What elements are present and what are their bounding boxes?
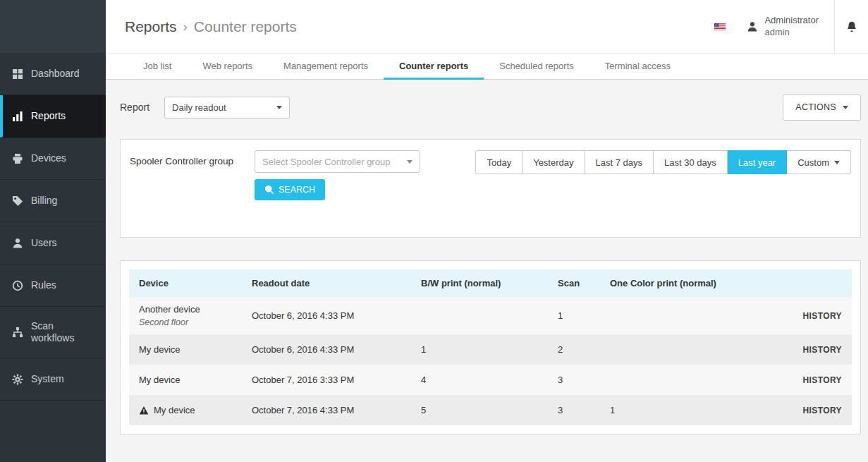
bw-print-cell <box>411 297 548 334</box>
search-label: SEARCH <box>279 185 315 195</box>
readout-date-cell: October 7, 2016 3:33 PM <box>242 365 411 395</box>
us-flag-icon[interactable] <box>714 21 726 32</box>
history-link[interactable]: HISTORY <box>776 297 852 334</box>
bw-print-cell: 4 <box>411 365 548 395</box>
gear-icon <box>12 374 23 385</box>
column-header-readout-date: Readout date <box>242 269 411 297</box>
tab-label: Web reports <box>202 61 252 71</box>
sidebar-item-devices[interactable]: Devices <box>0 138 106 180</box>
sidebar-item-rules[interactable]: Rules <box>0 265 106 307</box>
search-button[interactable]: SEARCH <box>255 179 325 200</box>
workflow-icon <box>12 327 23 338</box>
spooler-group-placeholder: Select Spooler Controller group <box>262 157 390 167</box>
spooler-group-label: Spooler Controller group <box>130 150 245 173</box>
table-row: My device October 7, 2016 3:33 PM 4 3 HI… <box>129 365 852 395</box>
filter-panel: Spooler Controller group Select Spooler … <box>120 139 861 238</box>
counter-reports-table: Device Readout date B/W print (normal) S… <box>129 269 852 425</box>
chevron-down-icon <box>407 160 412 164</box>
chevron-down-icon <box>834 161 840 164</box>
range-label: Last 7 days <box>596 157 643 168</box>
history-link[interactable]: HISTORY <box>776 395 852 425</box>
sidebar-item-label: Users <box>31 237 57 250</box>
tab-counter-reports[interactable]: Counter reports <box>384 54 484 80</box>
device-cell: Another device Second floor <box>129 297 242 334</box>
range-yesterday-button[interactable]: Yesterday <box>522 150 585 174</box>
table-row: Another device Second floor October 6, 2… <box>129 297 852 334</box>
clock-icon <box>12 280 23 291</box>
range-label: Yesterday <box>533 157 573 168</box>
readout-date-cell: October 7, 2016 4:33 PM <box>242 395 411 425</box>
range-custom-button[interactable]: Custom <box>787 150 851 174</box>
chevron-down-icon <box>276 106 282 109</box>
notifications-button[interactable] <box>834 0 868 53</box>
report-select-value: Daily readout <box>172 102 226 113</box>
device-name: My device <box>139 375 181 385</box>
user-role: admin <box>764 27 819 39</box>
range-last-7-days-button[interactable]: Last 7 days <box>585 150 654 174</box>
sidebar-item-system[interactable]: System <box>0 358 106 401</box>
readout-date-cell: October 6, 2016 4:33 PM <box>242 297 411 334</box>
device-name: My device <box>154 405 195 415</box>
sidebar-item-users[interactable]: Users <box>0 222 106 265</box>
tab-management-reports[interactable]: Management reports <box>268 54 384 80</box>
table-header-row: Device Readout date B/W print (normal) S… <box>129 269 852 297</box>
dashboard-icon <box>12 68 23 80</box>
range-last-30-days-button[interactable]: Last 30 days <box>654 150 728 174</box>
column-header-history <box>776 269 852 297</box>
spooler-group-select[interactable]: Select Spooler Controller group <box>255 150 420 173</box>
topbar-right: Administrator admin <box>714 0 868 53</box>
device-cell: My device <box>129 334 242 365</box>
breadcrumb-page: Counter reports <box>194 18 297 35</box>
breadcrumb-separator-icon: › <box>183 19 188 35</box>
range-label: Today <box>487 157 511 168</box>
sidebar-item-billing[interactable]: Billing <box>0 180 106 222</box>
report-select[interactable]: Daily readout <box>164 97 290 118</box>
range-label: Last year <box>738 157 776 168</box>
column-header-device: Device <box>129 269 242 297</box>
date-range-group: Today Yesterday Last 7 days Last 30 days… <box>475 150 851 174</box>
content: Report Daily readout ACTIONS Spooler Con… <box>106 80 868 462</box>
sidebar-item-reports[interactable]: Reports <box>0 95 106 138</box>
user-menu[interactable]: Administrator admin <box>747 15 819 39</box>
sidebar-item-scan-workflows[interactable]: Scan workflows <box>0 307 106 358</box>
report-row: Report Daily readout ACTIONS <box>120 94 861 121</box>
scan-cell: 3 <box>548 395 600 425</box>
one-color-cell: 1 <box>600 395 776 425</box>
range-label: Custom <box>797 157 829 168</box>
printer-icon <box>12 153 23 164</box>
tab-scheduled-reports[interactable]: Scheduled reports <box>484 54 589 80</box>
tab-web-reports[interactable]: Web reports <box>187 54 268 80</box>
breadcrumb-section[interactable]: Reports <box>125 18 177 35</box>
sidebar-item-label: Rules <box>31 279 56 292</box>
tab-label: Scheduled reports <box>499 61 574 71</box>
table-row: My device October 7, 2016 4:33 PM 5 3 1 … <box>129 395 852 425</box>
sidebar-item-label: Reports <box>31 110 66 123</box>
sidebar-logo <box>0 0 106 53</box>
sidebar-item-label: Billing <box>31 195 57 207</box>
breadcrumb: Reports › Counter reports <box>125 18 297 35</box>
tab-label: Counter reports <box>399 61 468 71</box>
history-link[interactable]: HISTORY <box>776 365 852 395</box>
tabbar: Job list Web reports Management reports … <box>106 53 868 80</box>
tab-job-list[interactable]: Job list <box>128 54 187 80</box>
report-label: Report <box>120 102 149 113</box>
readout-date-cell: October 6, 2016 4:33 PM <box>242 334 411 365</box>
results-panel: Device Readout date B/W print (normal) S… <box>120 260 861 434</box>
range-today-button[interactable]: Today <box>475 150 522 174</box>
tab-label: Terminal access <box>605 61 671 71</box>
history-link[interactable]: HISTORY <box>776 334 852 365</box>
device-location: Second floor <box>139 317 232 327</box>
tab-terminal-access[interactable]: Terminal access <box>589 54 686 80</box>
bell-icon <box>846 21 857 32</box>
user-icon <box>747 21 758 32</box>
chevron-down-icon <box>843 106 848 109</box>
actions-button[interactable]: ACTIONS <box>783 95 861 121</box>
tab-label: Management reports <box>283 61 368 71</box>
range-last-year-button[interactable]: Last year <box>728 150 787 174</box>
sidebar-item-dashboard[interactable]: Dashboard <box>0 53 106 95</box>
main: Reports › Counter reports Administrator … <box>106 0 868 462</box>
actions-label: ACTIONS <box>795 102 836 112</box>
sidebar-item-label: System <box>31 373 64 386</box>
sidebar-item-label: Devices <box>31 152 66 165</box>
one-color-cell <box>600 334 776 365</box>
